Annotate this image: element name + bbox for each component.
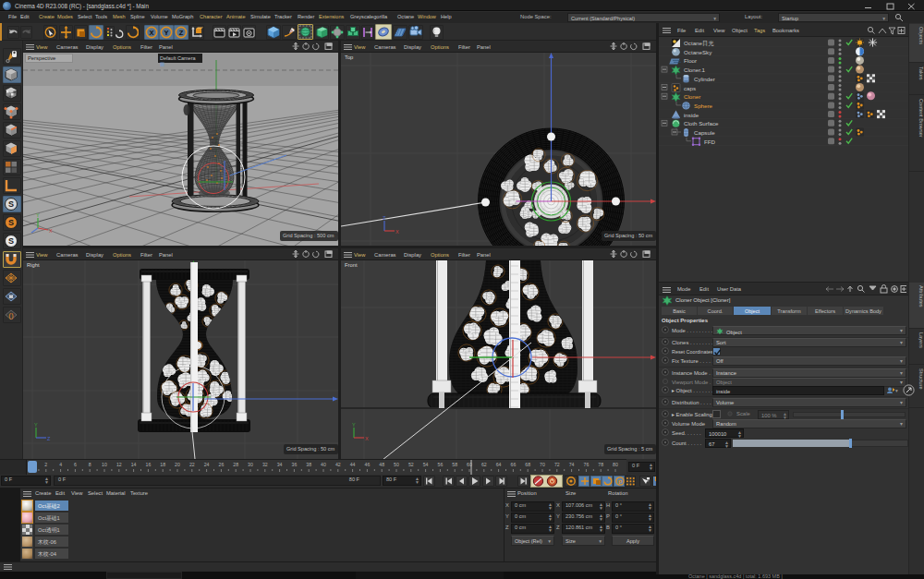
svg-text:Floor: Floor <box>684 57 697 64</box>
svg-text:46: 46 <box>365 462 371 467</box>
svg-text:S: S <box>8 236 14 246</box>
svg-text:64: 64 <box>496 462 502 467</box>
svg-text:S: S <box>8 218 14 227</box>
svg-text:Y: Y <box>36 212 40 218</box>
svg-text:74: 74 <box>569 462 575 467</box>
svg-text:2: 2 <box>44 462 47 467</box>
svg-text:X: X <box>149 29 153 37</box>
svg-text:Y: Y <box>352 422 356 428</box>
svg-text:18: 18 <box>160 462 165 467</box>
svg-text:Cloner.1: Cloner.1 <box>684 66 706 73</box>
svg-text:X: X <box>395 229 399 235</box>
svg-text:10: 10 <box>102 462 107 467</box>
svg-text:42: 42 <box>335 462 341 467</box>
svg-text:40: 40 <box>321 462 326 467</box>
svg-text:16: 16 <box>146 462 152 467</box>
svg-text:24: 24 <box>204 462 210 467</box>
svg-text:38: 38 <box>306 462 311 467</box>
svg-text:X: X <box>49 228 53 234</box>
svg-text:76: 76 <box>584 462 590 467</box>
svg-text:Cylinder: Cylinder <box>694 76 715 82</box>
svg-text:OctaneSky: OctaneSky <box>684 49 712 55</box>
svg-text:70: 70 <box>540 462 545 467</box>
svg-text:S: S <box>8 199 14 209</box>
svg-text:80: 80 <box>613 462 618 467</box>
svg-text:8: 8 <box>89 462 91 467</box>
svg-text:20: 20 <box>175 462 180 467</box>
svg-text:32: 32 <box>262 462 268 467</box>
svg-text:50: 50 <box>394 462 399 467</box>
svg-text:caps: caps <box>684 85 696 91</box>
svg-text:4: 4 <box>59 462 62 467</box>
svg-text:28: 28 <box>233 462 238 467</box>
svg-text:30: 30 <box>248 462 253 467</box>
svg-text:54: 54 <box>423 462 429 467</box>
svg-text:Y: Y <box>164 29 168 37</box>
svg-text:FFD: FFD <box>704 139 716 145</box>
svg-text:22: 22 <box>189 462 195 467</box>
svg-text:Cloth Surface: Cloth Surface <box>684 120 719 127</box>
svg-text:66: 66 <box>511 462 517 467</box>
svg-text:48: 48 <box>379 462 384 467</box>
svg-text:72: 72 <box>554 462 560 467</box>
svg-text:P: P <box>617 479 621 485</box>
svg-text:78: 78 <box>598 462 603 467</box>
svg-text:36: 36 <box>292 462 298 467</box>
svg-text:Octane日光: Octane日光 <box>684 40 714 47</box>
svg-text:(): () <box>8 311 14 320</box>
svg-text:inside: inside <box>684 112 699 118</box>
svg-text:Capsule: Capsule <box>694 129 715 136</box>
svg-text:56: 56 <box>438 462 444 467</box>
svg-text:Z: Z <box>179 29 184 37</box>
svg-text:58: 58 <box>452 462 457 467</box>
svg-text:6: 6 <box>74 462 77 467</box>
svg-text:44: 44 <box>350 462 356 467</box>
svg-text:X: X <box>365 436 369 441</box>
svg-text:Cloner: Cloner <box>684 93 700 100</box>
svg-text:12: 12 <box>116 462 122 467</box>
svg-text:Sphere: Sphere <box>694 103 713 109</box>
svg-text:52: 52 <box>408 462 414 467</box>
svg-text:26: 26 <box>219 462 225 467</box>
svg-text:68: 68 <box>525 462 530 467</box>
svg-text:62: 62 <box>481 462 487 467</box>
svg-text:Y: Y <box>34 422 38 428</box>
svg-text:14: 14 <box>131 462 137 467</box>
svg-text:34: 34 <box>277 462 283 467</box>
